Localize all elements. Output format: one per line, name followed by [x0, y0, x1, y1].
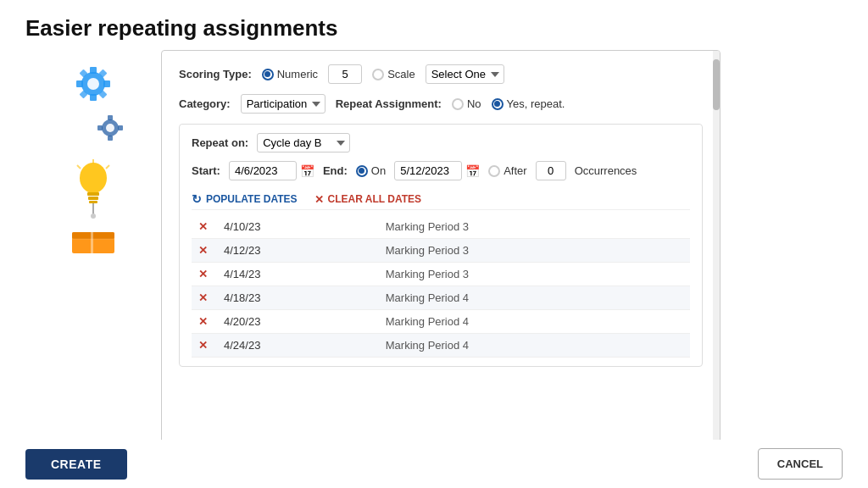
actions-row: ↻ POPULATE DATES ✕ CLEAR ALL DATES	[192, 189, 690, 210]
date-cell: 4/14/23	[217, 263, 379, 286]
repeat-section: Repeat on: Cycle day B Start: 📅 End: On	[179, 124, 703, 367]
svg-line-23	[77, 165, 81, 169]
svg-rect-19	[89, 201, 97, 203]
svg-point-21	[91, 214, 96, 219]
after-radio-circle[interactable]	[488, 165, 500, 177]
delete-date-button[interactable]: ✕	[198, 244, 208, 257]
delete-date-button[interactable]: ✕	[198, 268, 208, 280]
scale-select[interactable]: Select One	[426, 64, 504, 84]
scale-label: Scale	[387, 68, 415, 80]
no-label: No	[467, 97, 481, 110]
dates-table: ✕ 4/10/23 Marking Period 3 ✕ 4/12/23 Mar…	[192, 215, 690, 358]
populate-dates-button[interactable]: ↻ POPULATE DATES	[192, 192, 298, 206]
date-cell: 4/12/23	[217, 239, 379, 263]
svg-point-11	[106, 124, 114, 132]
start-calendar-icon[interactable]: 📅	[300, 164, 314, 178]
clear-all-dates-label: CLEAR ALL DATES	[328, 193, 421, 205]
svg-rect-15	[118, 125, 123, 130]
svg-rect-3	[90, 94, 97, 101]
occurrences-input[interactable]	[536, 161, 566, 180]
date-cell: 4/18/23	[217, 286, 379, 310]
table-row: ✕ 4/14/23 Marking Period 3	[192, 263, 690, 286]
numeric-label: Numeric	[277, 68, 318, 80]
svg-point-16	[80, 163, 107, 193]
date-cell: 4/10/23	[217, 215, 379, 239]
end-label: End:	[323, 164, 348, 177]
form-panel: Scoring Type: Numeric Scale Select One C…	[161, 50, 721, 479]
scoring-type-row: Scoring Type: Numeric Scale Select One	[179, 64, 703, 84]
create-button[interactable]: CREATE	[25, 449, 127, 480]
start-label: Start:	[192, 164, 220, 177]
date-cell: 4/24/23	[217, 334, 379, 358]
svg-rect-2	[90, 67, 97, 74]
period-cell: Marking Period 4	[379, 310, 690, 334]
yes-label: Yes, repeat.	[507, 97, 565, 110]
page-title: Easier repeating assignments	[0, 0, 868, 50]
start-date-wrap: 📅	[229, 161, 314, 180]
period-cell: Marking Period 3	[379, 263, 690, 286]
delete-date-button[interactable]: ✕	[198, 291, 208, 304]
repeat-on-label: Repeat on:	[192, 136, 248, 149]
decorative-icons	[25, 50, 161, 479]
clear-all-dates-button[interactable]: ✕ CLEAR ALL DATES	[314, 193, 421, 206]
table-row: ✕ 4/18/23 Marking Period 4	[192, 286, 690, 310]
svg-rect-12	[108, 115, 113, 120]
on-radio-circle[interactable]	[356, 165, 368, 177]
period-cell: Marking Period 4	[379, 334, 690, 358]
svg-rect-4	[76, 80, 83, 87]
end-date-input[interactable]	[394, 161, 462, 180]
period-cell: Marking Period 3	[379, 239, 690, 263]
on-radio[interactable]: On	[356, 164, 386, 177]
book-icon	[68, 228, 119, 258]
date-cell: 4/20/23	[217, 310, 379, 334]
table-row: ✕ 4/10/23 Marking Period 3	[192, 215, 690, 239]
occurrences-label: Occurrences	[575, 164, 637, 177]
cancel-button[interactable]: CANCEL	[758, 448, 843, 480]
delete-date-button[interactable]: ✕	[198, 339, 208, 352]
numeric-value-input[interactable]	[328, 64, 362, 84]
scale-radio[interactable]: Scale	[372, 68, 415, 80]
start-date-input[interactable]	[229, 161, 297, 180]
svg-rect-17	[87, 192, 99, 196]
end-calendar-icon[interactable]: 📅	[465, 164, 480, 178]
populate-icon: ↻	[192, 192, 202, 206]
scrollbar-thumb[interactable]	[713, 59, 720, 110]
svg-rect-18	[88, 197, 98, 200]
repeat-assignment-label: Repeat Assignment:	[336, 97, 442, 110]
lightbulb-icon	[70, 157, 117, 220]
scrollbar-track[interactable]	[713, 51, 720, 478]
cycle-select[interactable]: Cycle day B	[257, 133, 350, 152]
period-cell: Marking Period 3	[379, 215, 690, 239]
table-row: ✕ 4/24/23 Marking Period 4	[192, 334, 690, 358]
table-row: ✕ 4/20/23 Marking Period 4	[192, 310, 690, 334]
delete-date-button[interactable]: ✕	[198, 220, 208, 233]
svg-rect-14	[97, 125, 103, 130]
scale-radio-circle[interactable]	[372, 69, 384, 80]
clear-icon: ✕	[314, 193, 324, 206]
no-radio[interactable]: No	[452, 97, 481, 110]
svg-rect-28	[91, 232, 93, 253]
delete-date-button[interactable]: ✕	[198, 315, 208, 328]
after-label: After	[504, 164, 526, 177]
yes-radio[interactable]: Yes, repeat.	[492, 97, 565, 110]
scoring-type-label: Scoring Type:	[179, 68, 252, 80]
svg-point-1	[87, 78, 99, 90]
start-end-row: Start: 📅 End: On 📅 After	[192, 161, 690, 180]
on-label: On	[371, 164, 386, 177]
numeric-radio-circle[interactable]	[262, 69, 274, 80]
end-date-wrap: 📅	[394, 161, 480, 180]
populate-dates-label: POPULATE DATES	[206, 193, 298, 205]
after-radio[interactable]: After	[488, 164, 526, 177]
svg-rect-5	[103, 80, 110, 87]
category-select[interactable]: Participation	[241, 94, 326, 114]
no-radio-circle[interactable]	[452, 98, 464, 110]
category-row: Category: Participation Repeat Assignmen…	[179, 94, 703, 114]
footer-bar: CREATE CANCEL	[0, 440, 868, 488]
yes-radio-circle[interactable]	[492, 98, 504, 110]
table-row: ✕ 4/12/23 Marking Period 3	[192, 239, 690, 263]
category-label: Category:	[179, 97, 231, 110]
period-cell: Marking Period 4	[379, 286, 690, 310]
svg-line-24	[106, 165, 109, 169]
svg-rect-13	[108, 136, 113, 141]
numeric-radio[interactable]: Numeric	[262, 68, 318, 80]
